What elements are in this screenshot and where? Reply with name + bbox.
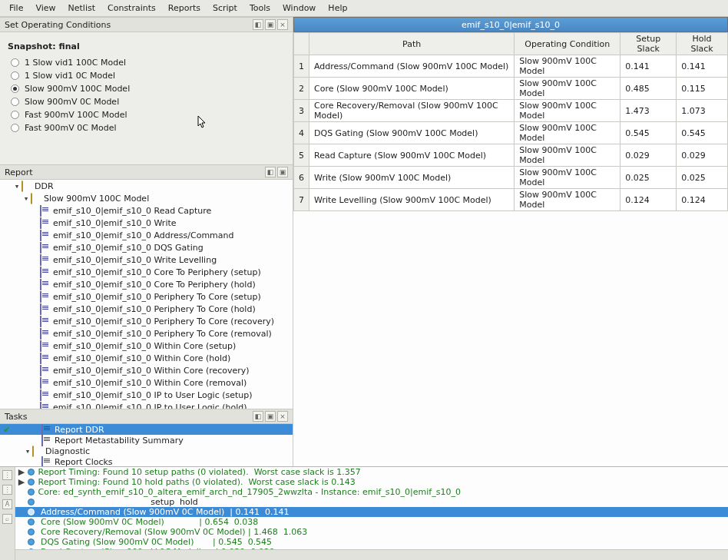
menu-tools[interactable]: Tools [243, 1, 276, 15]
report-icon [40, 255, 51, 264]
tree-row[interactable]: emif_s10_0|emif_s10_0 Within Core (hold) [0, 352, 293, 364]
tree-row[interactable]: emif_s10_0|emif_s10_0 Write Levelling [0, 253, 293, 266]
menu-help[interactable]: Help [322, 1, 353, 15]
detach-icon[interactable]: ▣ [277, 167, 288, 177]
menu-script[interactable]: Script [207, 1, 243, 15]
filter-icon[interactable]: ⋮ [2, 470, 12, 480]
tree-row[interactable]: ▾Slow 900mV 100C Model [0, 192, 293, 204]
tree-row[interactable]: emif_s10_0|emif_s10_0 DQS Gating [0, 241, 293, 253]
folder-icon [32, 446, 43, 456]
horizontal-scrollbar[interactable] [15, 549, 728, 560]
console-line[interactable]: setup hold [15, 497, 728, 507]
tree-row[interactable]: emif_s10_0|emif_s10_0 Within Core (remov… [0, 376, 293, 389]
operating-condition-option[interactable]: 1 Slow vid1 0C Model [8, 71, 285, 81]
task-row[interactable]: Report Metastability Summary [0, 435, 293, 446]
column-header[interactable] [294, 33, 309, 55]
results-table[interactable]: PathOperating ConditionSetup SlackHold S… [293, 32, 728, 211]
column-header[interactable]: Operating Condition [515, 33, 620, 55]
menu-window[interactable]: Window [276, 1, 322, 15]
tree-twist-icon[interactable] [17, 537, 26, 547]
menu-file[interactable]: File [3, 1, 29, 15]
tree-twist-icon[interactable] [17, 507, 26, 517]
report-tree[interactable]: ▾DDR ▾Slow 900mV 100C Model emif_s10_0|e… [0, 180, 293, 409]
tree-row[interactable]: ▾DDR [0, 180, 293, 192]
tree-twist-icon[interactable] [17, 497, 26, 507]
task-row[interactable]: ✔ Report DDR [0, 424, 293, 435]
menu-reports[interactable]: Reports [162, 1, 207, 15]
operating-condition-option[interactable]: Fast 900mV 100C Model [8, 110, 285, 120]
tree-row[interactable]: emif_s10_0|emif_s10_0 IP to User Logic (… [0, 401, 293, 409]
close-icon[interactable]: × [277, 411, 288, 422]
task-row[interactable]: Report Clocks [0, 456, 293, 466]
column-header[interactable]: Hold Slack [677, 33, 728, 55]
console-text: Report Timing: Found 10 setup paths (0 v… [35, 467, 361, 477]
detach-icon[interactable]: ▣ [265, 19, 276, 30]
operating-condition-label: Slow 900mV 100C Model [25, 84, 130, 94]
console-line[interactable]: DQS Gating (Slow 900mV 0C Model) | 0.545… [15, 537, 728, 547]
tree-row[interactable]: emif_s10_0|emif_s10_0 Periphery To Core … [0, 303, 293, 315]
menu-view[interactable]: View [29, 1, 61, 15]
tree-row[interactable]: emif_s10_0|emif_s10_0 Core To Periphery … [0, 278, 293, 290]
table-cell: 0.124 [677, 189, 728, 211]
table-row[interactable]: 3Core Recovery/Removal (Slow 900mV 100C … [294, 100, 728, 122]
task-label: Report DDR [55, 425, 104, 435]
console-line[interactable]: Core: ed_synth_emif_s10_0_altera_emif_ar… [15, 487, 728, 497]
task-label: Report Metastability Summary [55, 436, 184, 446]
menu-constraints[interactable]: Constraints [101, 1, 162, 15]
table-row[interactable]: 1Address/Command (Slow 900mV 100C Model)… [294, 55, 728, 78]
console-line[interactable]: ▶ Report Timing: Found 10 setup paths (0… [15, 467, 728, 477]
operating-condition-option[interactable]: Fast 900mV 0C Model [8, 123, 285, 133]
table-row[interactable]: 2Core (Slow 900mV 100C Model)Slow 900mV … [294, 78, 728, 100]
close-icon[interactable]: × [277, 19, 288, 30]
tree-row[interactable]: emif_s10_0|emif_s10_0 Periphery To Core … [0, 290, 293, 303]
radio-icon[interactable] [11, 111, 19, 119]
dock-icon[interactable]: ◧ [265, 167, 276, 177]
console-line[interactable]: Core (Slow 900mV 0C Model) | 0.654 0.038 [15, 517, 728, 527]
menu-netlist[interactable]: Netlist [62, 1, 101, 15]
filter-icon[interactable]: ⋮ [2, 485, 12, 495]
filter-icon[interactable]: A [2, 499, 12, 509]
tree-twist-icon[interactable] [17, 517, 26, 527]
tree-row[interactable]: emif_s10_0|emif_s10_0 Write [0, 217, 293, 229]
tree-row[interactable]: emif_s10_0|emif_s10_0 Read Capture [0, 204, 293, 217]
radio-icon[interactable] [11, 71, 19, 80]
tree-twist-icon[interactable] [17, 527, 26, 537]
dock-icon[interactable]: ◧ [253, 411, 263, 422]
tree-row[interactable]: emif_s10_0|emif_s10_0 Periphery To Core … [0, 315, 293, 327]
find-icon[interactable]: ⌕ [2, 514, 12, 524]
dock-icon[interactable]: ◧ [253, 19, 263, 30]
operating-condition-option[interactable]: Slow 900mV 0C Model [8, 97, 285, 107]
column-header[interactable]: Setup Slack [620, 33, 677, 55]
task-row[interactable]: ▾Diagnostic [0, 446, 293, 456]
tree-twist-icon[interactable]: ▶ [17, 477, 26, 487]
tree-twist-icon[interactable]: ▾ [22, 194, 31, 204]
radio-icon[interactable] [11, 58, 19, 67]
operating-condition-option[interactable]: 1 Slow vid1 100C Model [8, 58, 285, 68]
detach-icon[interactable]: ▣ [265, 411, 276, 422]
tree-row[interactable]: emif_s10_0|emif_s10_0 Periphery To Core … [0, 327, 293, 340]
tree-twist-icon[interactable]: ▾ [12, 181, 22, 191]
table-cell: 0.124 [620, 189, 677, 211]
table-row[interactable]: 6Write (Slow 900mV 100C Model)Slow 900mV… [294, 167, 728, 189]
column-header[interactable]: Path [309, 33, 515, 55]
radio-icon[interactable] [11, 84, 19, 93]
tree-twist-icon[interactable] [17, 487, 26, 497]
console-log[interactable]: ▶ Report Timing: Found 10 setup paths (0… [15, 467, 728, 549]
tree-row[interactable]: emif_s10_0|emif_s10_0 Core To Periphery … [0, 266, 293, 278]
tree-row[interactable]: emif_s10_0|emif_s10_0 Address/Command [0, 229, 293, 241]
tree-twist-icon[interactable]: ▶ [17, 467, 26, 477]
operating-condition-option[interactable]: Slow 900mV 100C Model [8, 84, 285, 94]
table-row[interactable]: 4DQS Gating (Slow 900mV 100C Model)Slow … [294, 122, 728, 144]
operating-condition-label: Slow 900mV 0C Model [25, 97, 119, 107]
radio-icon[interactable] [11, 124, 19, 132]
radio-icon[interactable] [11, 98, 19, 106]
table-row[interactable]: 7Write Levelling (Slow 900mV 100C Model)… [294, 189, 728, 211]
console-line[interactable]: Address/Command (Slow 900mV 0C Model) | … [15, 507, 728, 517]
table-cell: 7 [294, 189, 309, 211]
tree-row[interactable]: emif_s10_0|emif_s10_0 Within Core (setup… [0, 340, 293, 352]
console-line[interactable]: Core Recovery/Removal (Slow 900mV 0C Mod… [15, 527, 728, 537]
table-row[interactable]: 5Read Capture (Slow 900mV 100C Model)Slo… [294, 144, 728, 167]
tree-row[interactable]: emif_s10_0|emif_s10_0 Within Core (recov… [0, 364, 293, 376]
tree-row[interactable]: emif_s10_0|emif_s10_0 IP to User Logic (… [0, 389, 293, 401]
console-line[interactable]: ▶ Report Timing: Found 10 hold paths (0 … [15, 477, 728, 487]
